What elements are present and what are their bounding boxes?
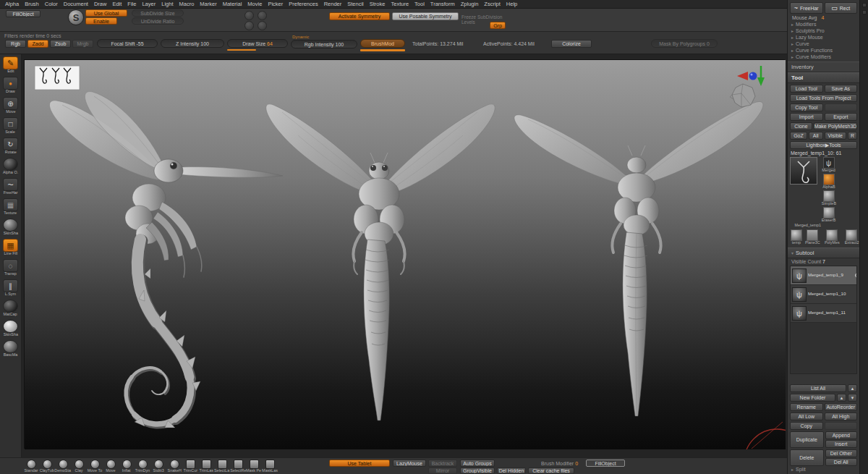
z-intensity-slider[interactable]: Z Intensity 100 <box>161 39 224 48</box>
tool-thumbnail[interactable]: SimpleB <box>819 190 838 207</box>
menu-item[interactable]: Macro <box>176 1 197 7</box>
use-tablet-button[interactable]: Use Tablet <box>329 460 390 467</box>
collapsed-section[interactable]: ▸ Curve <box>788 41 859 47</box>
stroke-rect-button[interactable]: ▭ Rect <box>825 2 858 14</box>
menu-item[interactable]: Layer <box>139 1 158 7</box>
undivide-ratio-slider[interactable]: UnDivide Ratio <box>132 17 184 25</box>
collapsed-section[interactable]: ▸ Modifiers <box>788 21 859 27</box>
use-posable-symmetry-button[interactable]: Use Posable Symmetry <box>392 12 459 20</box>
menu-item[interactable]: Material <box>220 1 245 7</box>
menu-item[interactable]: Stroke <box>367 1 388 7</box>
folder-down-button[interactable] <box>848 394 857 402</box>
copy-tool-button[interactable]: Copy Tool <box>790 103 823 111</box>
tool-thumbnail[interactable]: AlphaB <box>819 174 838 190</box>
auto-groups-button[interactable]: Auto Groups <box>460 460 495 467</box>
gyro-icon[interactable] <box>244 21 254 30</box>
brush-item[interactable]: DemoSta <box>55 459 71 474</box>
brush-item[interactable]: ClayTub <box>39 459 55 474</box>
save-as-button[interactable]: Save As <box>825 85 858 93</box>
gyro-icon[interactable] <box>258 21 267 30</box>
brushmod-slider[interactable]: BrushMod <box>360 39 405 48</box>
brush-item[interactable]: MaskLas <box>262 459 278 474</box>
colorize-button[interactable]: Colorize <box>551 40 592 48</box>
goz-r-button[interactable]: R <box>848 132 857 140</box>
brush-item[interactable]: Move To <box>87 459 103 474</box>
draw-size-slider[interactable]: Draw Size64 <box>227 39 288 48</box>
menu-item[interactable]: Light <box>158 1 176 7</box>
menu-item[interactable]: Tool <box>412 1 427 7</box>
gyro-icon[interactable] <box>244 11 254 20</box>
brush-item[interactable]: SelectLa <box>214 459 230 474</box>
mouse-avg-slider[interactable]: Mouse Avg 4 <box>788 14 859 21</box>
menu-item[interactable]: Help <box>503 1 520 7</box>
move-up-button[interactable] <box>848 384 857 392</box>
append-button[interactable]: Append <box>825 431 858 439</box>
left-tool-button[interactable]: FreeHar <box>0 178 21 196</box>
list-all-button[interactable]: List All <box>790 384 846 392</box>
del-all-button[interactable]: Del All <box>825 458 858 466</box>
subtool-header[interactable]: ▾ Subtool <box>788 247 859 258</box>
dynamic-label[interactable]: Dynamic <box>292 35 309 39</box>
menu-item[interactable]: Draw <box>91 1 110 7</box>
menu-item[interactable]: Brush <box>22 1 42 7</box>
subdivide-size-slider[interactable]: SubDivide Size <box>132 9 184 17</box>
goz-all-button[interactable]: All <box>809 132 823 140</box>
fillobject-shelf-button[interactable]: FillObject <box>6 10 41 17</box>
group-visible-button[interactable]: GroupVisible <box>460 467 495 474</box>
menu-item[interactable]: Edit <box>109 1 124 7</box>
load-tools-from-project-button[interactable]: Load Tools From Project <box>790 94 857 102</box>
left-tool-button[interactable]: SkinSha <box>0 219 21 237</box>
rgb-button[interactable]: Rgb <box>5 40 26 48</box>
brush-item[interactable]: Move <box>103 459 119 474</box>
mirror-button[interactable]: Mirror <box>428 467 457 474</box>
split-section[interactable]: ▸ Split <box>788 466 859 473</box>
clone-button[interactable]: Clone <box>790 122 812 130</box>
zsub-button[interactable]: Zsub <box>50 40 71 48</box>
use-global-button[interactable]: Use Global <box>85 9 127 17</box>
zadd-button[interactable]: Zadd <box>27 40 48 48</box>
all-low-button[interactable]: All Low <box>790 412 823 420</box>
left-tool-button[interactable]: Alpha O. <box>0 158 22 176</box>
lazymouse-button[interactable]: LazyMouse <box>393 460 426 467</box>
tool-thumbnail[interactable]: PolyMes <box>822 229 842 246</box>
activate-symmetry-button[interactable]: Activate Symmetry <box>329 12 390 20</box>
menu-item[interactable]: Stencil <box>344 1 367 7</box>
left-tool-button[interactable]: Edit <box>3 56 18 75</box>
goz-visible-button[interactable]: Visible <box>825 132 847 140</box>
all-high-button[interactable]: All High <box>825 412 858 420</box>
brush-item[interactable]: TrimCur <box>182 459 198 474</box>
collapsed-section[interactable]: ▸ Curve Modifiers <box>788 54 859 60</box>
brush-item[interactable]: Standar <box>23 459 39 474</box>
menu-item[interactable]: Zplugin <box>458 1 482 7</box>
menu-item[interactable]: Document <box>61 1 91 7</box>
menu-item[interactable]: File <box>124 1 139 7</box>
brush-item[interactable]: TrimLas <box>198 459 214 474</box>
folder-up-button[interactable] <box>837 394 846 402</box>
collapsed-section[interactable]: ▸ Curve Functions <box>788 47 859 54</box>
left-tool-button[interactable]: Move <box>3 97 18 115</box>
left-tool-button[interactable]: Scale <box>3 117 18 135</box>
menu-item[interactable]: Preferences <box>286 1 320 7</box>
del-other-button[interactable]: Del Other <box>825 449 858 457</box>
subtool-row[interactable]: ψ Merged_temp1_9 <box>791 266 856 285</box>
brush-item[interactable]: Stditi3 <box>150 459 166 474</box>
subtool-row[interactable]: ψ Merged_temp1_11 <box>791 304 856 323</box>
focal-shift-slider[interactable]: Focal Shift -55 <box>97 39 158 48</box>
import-button[interactable]: Import <box>790 113 823 121</box>
left-tool-button[interactable]: Transp <box>1 259 20 277</box>
rgb-intensity-slider[interactable]: Rgb Intensity 100 <box>291 40 357 48</box>
rename-button[interactable]: Rename <box>790 403 823 411</box>
collapsed-section[interactable]: ▸ Lazy Mouse <box>788 34 859 41</box>
brush-item[interactable]: Inflat <box>119 459 135 474</box>
active-tool-thumbnail[interactable] <box>790 157 817 185</box>
collapsed-section[interactable]: ▸ Sculptris Pro <box>788 27 859 34</box>
tool-thumbnail[interactable]: Extract2 <box>842 229 859 246</box>
menu-item[interactable]: Render <box>321 1 345 7</box>
left-tool-button[interactable]: SkinSha <box>0 320 21 338</box>
stroke-freehand-button[interactable]: ~ FreeHar <box>790 2 823 14</box>
new-folder-button[interactable]: New Folder <box>790 394 835 402</box>
left-tool-button[interactable]: Line Fill <box>1 239 21 257</box>
menu-item[interactable]: Texture <box>388 1 412 7</box>
mask-by-polygroups-slider[interactable]: Mask By Polygroups 0 <box>651 39 718 48</box>
tool-thumbnail[interactable]: temp <box>790 229 803 246</box>
